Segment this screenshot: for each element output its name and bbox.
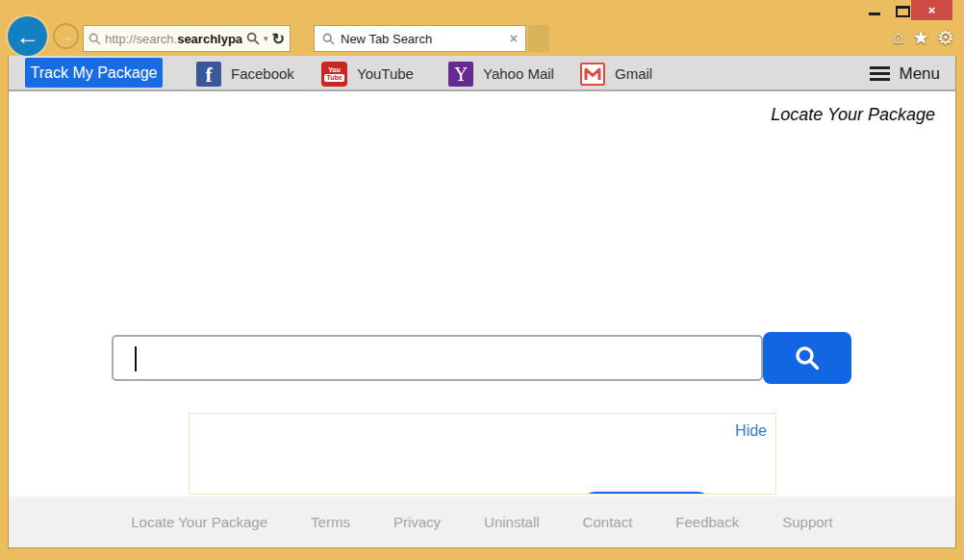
gear-icon[interactable]: ⚙ bbox=[937, 26, 954, 49]
forward-arrow-icon: → bbox=[59, 28, 73, 44]
menu-label: Menu bbox=[899, 64, 940, 84]
footer-link-privacy[interactable]: Privacy bbox=[393, 514, 441, 530]
main-content: Locate Your Package Hide bbox=[9, 93, 955, 496]
address-bar[interactable]: http://search.searchlypackag... ▾ ↻ bbox=[83, 25, 291, 52]
address-dropdown-icon[interactable]: ▾ bbox=[264, 34, 268, 43]
search-magnifier-icon bbox=[794, 344, 821, 371]
url-prefix: http://search. bbox=[105, 32, 177, 46]
facebook-icon: f bbox=[196, 62, 221, 87]
star-icon[interactable]: ★ bbox=[912, 26, 929, 49]
url-domain: searchlypackag... bbox=[177, 32, 242, 46]
browser-chrome: × ← → http://search.searchlypackag... ▾ … bbox=[0, 0, 964, 56]
panel-input[interactable] bbox=[241, 494, 560, 495]
go-search-icon[interactable] bbox=[246, 32, 260, 45]
youtube-label: YouTube bbox=[357, 65, 414, 82]
maximize-icon[interactable] bbox=[896, 6, 910, 17]
refresh-icon[interactable]: ↻ bbox=[272, 30, 285, 48]
menu-button[interactable]: Menu bbox=[870, 56, 940, 91]
yahoo-icon: Y bbox=[448, 62, 473, 87]
search-button[interactable] bbox=[763, 332, 851, 384]
search-input[interactable] bbox=[112, 335, 763, 381]
back-arrow-icon: ← bbox=[16, 23, 39, 50]
footer-link-feedback[interactable]: Feedback bbox=[675, 514, 739, 530]
tab-favicon-search-icon bbox=[322, 33, 335, 45]
close-button[interactable]: × bbox=[911, 0, 952, 20]
back-button[interactable]: ← bbox=[8, 16, 47, 56]
close-icon: × bbox=[928, 3, 936, 17]
widget-panel: Hide bbox=[189, 413, 776, 495]
panel-button[interactable] bbox=[580, 492, 713, 495]
links-toolbar: Track My Package f Facebook You Tube You… bbox=[9, 56, 955, 91]
facebook-label: Facebook bbox=[231, 65, 294, 82]
minimize-icon[interactable] bbox=[869, 13, 880, 15]
footer-link-terms[interactable]: Terms bbox=[311, 514, 350, 530]
toolbar-link-facebook[interactable]: f Facebook bbox=[196, 56, 294, 91]
footer-link-contact[interactable]: Contact bbox=[583, 514, 633, 530]
hide-link[interactable]: Hide bbox=[735, 422, 767, 440]
text-caret bbox=[135, 346, 137, 371]
chrome-right-icons: ⌂ ★ ⚙ bbox=[893, 26, 954, 49]
browser-tab[interactable]: New Tab Search × bbox=[314, 25, 526, 52]
yahoo-mail-label: Yahoo Mail bbox=[483, 65, 554, 82]
gmail-label: Gmail bbox=[615, 65, 652, 82]
footer: Locate Your Package Terms Privacy Uninst… bbox=[9, 496, 955, 547]
youtube-icon-top-text: You bbox=[328, 66, 341, 74]
search-icon bbox=[89, 33, 101, 45]
toolbar-link-yahoo-mail[interactable]: Y Yahoo Mail bbox=[448, 56, 554, 91]
youtube-icon-bottom-text: Tube bbox=[324, 74, 343, 82]
toolbar-link-youtube[interactable]: You Tube YouTube bbox=[321, 56, 414, 91]
forward-button[interactable]: → bbox=[53, 23, 79, 49]
track-my-package-button[interactable]: Track My Package bbox=[25, 58, 163, 88]
new-tab-button[interactable] bbox=[528, 25, 549, 52]
gmail-icon bbox=[580, 63, 605, 86]
tab-title: New Tab Search bbox=[341, 32, 504, 46]
address-url: http://search.searchlypackag... bbox=[105, 32, 242, 46]
footer-link-locate-your-package[interactable]: Locate Your Package bbox=[131, 514, 267, 530]
page: Track My Package f Facebook You Tube You… bbox=[8, 56, 956, 548]
page-title: Locate Your Package bbox=[771, 105, 935, 125]
youtube-icon: You Tube bbox=[321, 62, 347, 87]
tab-close-icon[interactable]: × bbox=[510, 31, 518, 46]
home-icon[interactable]: ⌂ bbox=[893, 26, 904, 49]
toolbar-link-gmail[interactable]: Gmail bbox=[580, 56, 652, 91]
footer-link-uninstall[interactable]: Uninstall bbox=[484, 514, 540, 530]
footer-link-support[interactable]: Support bbox=[782, 514, 833, 530]
hamburger-icon bbox=[870, 66, 890, 81]
